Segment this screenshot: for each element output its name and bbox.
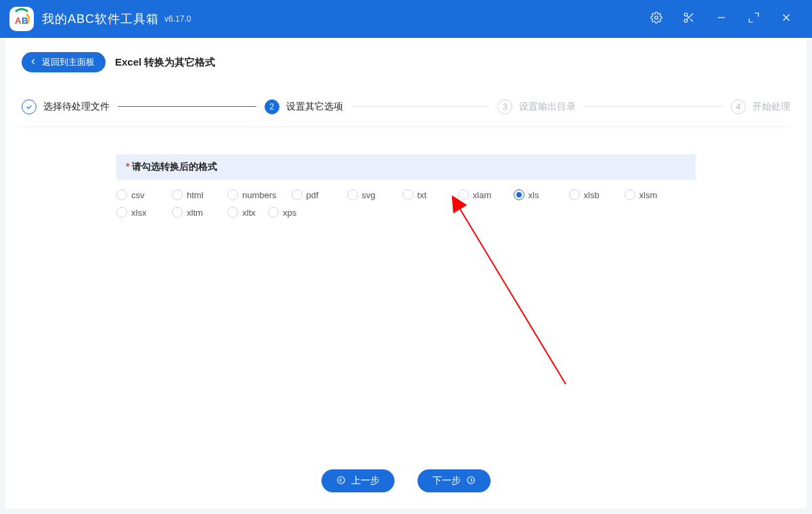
- step-3[interactable]: 3 设置输出目录: [497, 99, 576, 114]
- step-1-label: 选择待处理文件: [43, 101, 110, 113]
- format-option-html[interactable]: html: [172, 189, 212, 200]
- close-icon: [780, 11, 792, 26]
- format-option-label: xlsx: [131, 208, 146, 218]
- format-option-xltx[interactable]: xltx: [227, 207, 268, 218]
- format-option-xlsb[interactable]: xlsb: [569, 189, 610, 200]
- step-2-number: 2: [265, 99, 279, 114]
- step-4-number: 4: [731, 99, 746, 114]
- format-option-numbers[interactable]: numbers: [227, 189, 277, 200]
- step-1[interactable]: 选择待处理文件: [22, 99, 110, 114]
- svg-line-5: [687, 16, 689, 18]
- format-option-label: xlsm: [639, 190, 658, 200]
- close-button[interactable]: [770, 0, 803, 38]
- format-option-label: pdf: [307, 190, 319, 200]
- radio-icon: [625, 189, 635, 200]
- page-title: Excel 转换为其它格式: [115, 56, 215, 69]
- tools-button[interactable]: [673, 0, 705, 38]
- chevron-left-icon: [28, 57, 38, 68]
- app-logo: AB: [9, 7, 34, 31]
- format-option-label: xps: [283, 208, 296, 218]
- format-option-csv[interactable]: csv: [116, 189, 157, 200]
- form-area: *请勾选转换后的格式 csvhtmlnumberspdfsvgtxtxlamxl…: [22, 127, 790, 456]
- step-2[interactable]: 2 设置其它选项: [265, 99, 343, 114]
- radio-icon: [116, 207, 127, 218]
- format-radio-group: csvhtmlnumberspdfsvgtxtxlamxlsxlsbxlsmxl…: [116, 180, 696, 218]
- format-option-label: xltm: [187, 208, 203, 218]
- format-option-xltm[interactable]: xltm: [172, 207, 212, 218]
- section-title-bar: *请勾选转换后的格式: [116, 154, 696, 180]
- gear-icon: [650, 11, 662, 26]
- format-option-xlsm[interactable]: xlsm: [625, 189, 665, 200]
- radio-icon: [292, 189, 302, 200]
- svg-point-9: [338, 476, 345, 484]
- minimize-icon: [715, 11, 727, 26]
- required-mark: *: [126, 161, 129, 172]
- step-4[interactable]: 4 开始处理: [731, 99, 790, 114]
- settings-button[interactable]: [640, 0, 673, 38]
- svg-line-4: [690, 19, 693, 22]
- step-line-1: [118, 106, 256, 107]
- format-option-label: xlsb: [584, 190, 600, 200]
- radio-icon: [227, 207, 238, 218]
- step-line-3: [584, 106, 723, 107]
- step-3-label: 设置输出目录: [519, 101, 576, 113]
- format-option-pdf[interactable]: pdf: [292, 189, 332, 200]
- radio-icon: [347, 189, 358, 200]
- step-3-number: 3: [497, 99, 512, 114]
- radio-icon: [227, 189, 238, 200]
- radio-icon: [172, 207, 183, 218]
- format-option-label: html: [187, 190, 204, 200]
- format-option-xlsx[interactable]: xlsx: [116, 207, 157, 218]
- back-button-label: 返回到主面板: [42, 56, 95, 68]
- main-card: 返回到主面板 Excel 转换为其它格式 选择待处理文件 2 设置其它选项 3 …: [5, 38, 807, 509]
- next-button-label: 下一步: [432, 475, 461, 487]
- svg-point-1: [684, 13, 687, 16]
- app-title: 我的ABC软件工具箱: [42, 11, 159, 27]
- radio-icon: [116, 189, 127, 200]
- format-option-label: xls: [528, 190, 539, 200]
- radio-icon: [458, 189, 469, 200]
- step-4-label: 开始处理: [752, 101, 790, 113]
- step-line-2: [351, 106, 490, 107]
- svg-point-10: [468, 476, 475, 484]
- prev-button-label: 上一步: [351, 475, 380, 487]
- back-button[interactable]: 返回到主面板: [22, 52, 106, 72]
- radio-icon: [514, 189, 524, 200]
- format-option-label: xltx: [242, 208, 256, 218]
- check-icon: [22, 99, 37, 114]
- next-button[interactable]: 下一步: [418, 469, 491, 492]
- format-option-txt[interactable]: txt: [403, 189, 443, 200]
- format-option-label: numbers: [242, 190, 277, 200]
- maximize-button[interactable]: [738, 0, 770, 38]
- step-2-label: 设置其它选项: [286, 101, 343, 113]
- svg-point-2: [684, 19, 687, 22]
- scissors-icon: [683, 11, 695, 26]
- format-option-label: xlam: [473, 190, 491, 200]
- prev-button[interactable]: 上一步: [321, 469, 394, 492]
- section-title-text: 请勾选转换后的格式: [132, 161, 217, 172]
- minimize-button[interactable]: [705, 0, 738, 38]
- app-version: v6.17.0: [164, 14, 191, 24]
- footer-nav: 上一步 下一步: [22, 456, 790, 509]
- format-option-label: csv: [131, 190, 145, 200]
- stepper: 选择待处理文件 2 设置其它选项 3 设置输出目录 4 开始处理: [22, 87, 790, 127]
- format-option-xlam[interactable]: xlam: [458, 189, 499, 200]
- radio-icon: [172, 189, 183, 200]
- format-option-svg[interactable]: svg: [347, 189, 388, 200]
- radio-icon: [403, 189, 413, 200]
- page-header: 返回到主面板 Excel 转换为其它格式: [22, 38, 790, 87]
- titlebar: AB 我的ABC软件工具箱 v6.17.0: [0, 0, 812, 38]
- format-option-label: svg: [362, 190, 376, 200]
- page-body: 返回到主面板 Excel 转换为其它格式 选择待处理文件 2 设置其它选项 3 …: [0, 38, 812, 514]
- format-option-xls[interactable]: xls: [514, 189, 554, 200]
- maximize-icon: [748, 11, 760, 26]
- format-option-xps[interactable]: xps: [268, 207, 309, 218]
- radio-icon: [268, 207, 279, 218]
- chevron-right-circle-icon: [466, 475, 476, 487]
- radio-icon: [569, 189, 580, 200]
- chevron-left-circle-icon: [336, 475, 346, 487]
- svg-point-0: [655, 16, 658, 20]
- format-option-label: txt: [418, 190, 427, 200]
